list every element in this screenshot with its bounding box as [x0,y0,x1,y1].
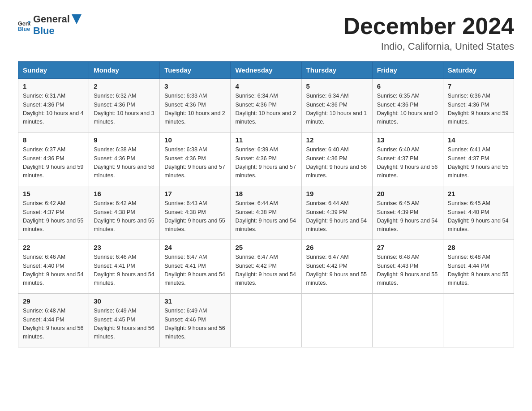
logo: General Blue General Blue [18,13,82,37]
day-number: 30 [94,297,155,305]
calendar-cell: 30 Sunrise: 6:49 AM Sunset: 4:45 PM Dayl… [89,294,160,347]
calendar-cell: 7 Sunrise: 6:36 AM Sunset: 4:36 PM Dayli… [443,79,514,133]
calendar-header: SundayMondayTuesdayWednesdayThursdayFrid… [18,62,514,79]
calendar-cell [301,294,372,347]
calendar-cell: 31 Sunrise: 6:49 AM Sunset: 4:46 PM Dayl… [160,294,231,347]
day-number: 4 [235,82,296,90]
day-info: Sunrise: 6:45 AM Sunset: 4:39 PM Dayligh… [377,199,438,234]
day-number: 19 [306,190,368,197]
day-number: 13 [377,136,438,144]
day-number: 22 [23,244,84,251]
day-info: Sunrise: 6:33 AM Sunset: 4:36 PM Dayligh… [164,92,226,127]
calendar-cell: 27 Sunrise: 6:48 AM Sunset: 4:43 PM Dayl… [372,240,443,294]
calendar-cell: 17 Sunrise: 6:43 AM Sunset: 4:38 PM Dayl… [160,186,231,240]
calendar-cell: 10 Sunrise: 6:38 AM Sunset: 4:36 PM Dayl… [160,133,231,186]
day-info: Sunrise: 6:42 AM Sunset: 4:38 PM Dayligh… [94,199,155,234]
day-info: Sunrise: 6:39 AM Sunset: 4:36 PM Dayligh… [235,146,296,180]
day-info: Sunrise: 6:44 AM Sunset: 4:39 PM Dayligh… [306,199,368,234]
logo-triangle-icon [72,14,82,24]
week-row-5: 29 Sunrise: 6:48 AM Sunset: 4:44 PM Dayl… [18,294,514,347]
day-number: 7 [448,82,509,90]
day-info: Sunrise: 6:43 AM Sunset: 4:38 PM Dayligh… [164,199,226,234]
day-info: Sunrise: 6:35 AM Sunset: 4:36 PM Dayligh… [377,92,438,127]
day-info: Sunrise: 6:40 AM Sunset: 4:37 PM Dayligh… [377,146,438,180]
calendar-cell [443,294,514,347]
calendar-cell: 28 Sunrise: 6:48 AM Sunset: 4:44 PM Dayl… [443,240,514,294]
day-number: 15 [23,190,84,197]
day-info: Sunrise: 6:46 AM Sunset: 4:41 PM Dayligh… [94,253,155,288]
calendar-cell [231,294,301,347]
day-number: 25 [235,244,296,251]
day-info: Sunrise: 6:48 AM Sunset: 4:43 PM Dayligh… [377,253,438,288]
header-thursday: Thursday [301,62,372,79]
header-monday: Monday [89,62,160,79]
day-info: Sunrise: 6:47 AM Sunset: 4:41 PM Dayligh… [164,253,226,288]
day-number: 6 [377,82,438,90]
location-subtitle: Indio, California, United States [343,41,514,52]
calendar-cell: 16 Sunrise: 6:42 AM Sunset: 4:38 PM Dayl… [89,186,160,240]
svg-marker-3 [72,14,82,24]
day-number: 2 [94,82,155,90]
header-tuesday: Tuesday [160,62,231,79]
day-number: 8 [23,136,84,144]
title-block: December 2024 Indio, California, United … [343,13,514,52]
calendar-cell: 12 Sunrise: 6:40 AM Sunset: 4:36 PM Dayl… [301,133,372,186]
day-info: Sunrise: 6:49 AM Sunset: 4:45 PM Dayligh… [94,307,155,342]
calendar-cell: 11 Sunrise: 6:39 AM Sunset: 4:36 PM Dayl… [231,133,301,186]
day-number: 1 [23,82,84,90]
svg-text:Blue: Blue [18,26,30,31]
day-info: Sunrise: 6:45 AM Sunset: 4:40 PM Dayligh… [448,199,509,234]
calendar-cell: 6 Sunrise: 6:35 AM Sunset: 4:36 PM Dayli… [372,79,443,133]
week-row-2: 8 Sunrise: 6:37 AM Sunset: 4:36 PM Dayli… [18,133,514,186]
day-number: 16 [94,190,155,197]
day-info: Sunrise: 6:40 AM Sunset: 4:36 PM Dayligh… [306,146,368,180]
day-number: 24 [164,244,226,251]
calendar-cell [372,294,443,347]
calendar-cell: 3 Sunrise: 6:33 AM Sunset: 4:36 PM Dayli… [160,79,231,133]
calendar-cell: 1 Sunrise: 6:31 AM Sunset: 4:36 PM Dayli… [18,79,89,133]
calendar-table: SundayMondayTuesdayWednesdayThursdayFrid… [18,61,514,347]
day-info: Sunrise: 6:41 AM Sunset: 4:37 PM Dayligh… [448,146,509,180]
calendar-cell: 19 Sunrise: 6:44 AM Sunset: 4:39 PM Dayl… [301,186,372,240]
day-number: 27 [377,244,438,251]
calendar-cell: 2 Sunrise: 6:32 AM Sunset: 4:36 PM Dayli… [89,79,160,133]
day-number: 5 [306,82,368,90]
day-number: 12 [306,136,368,144]
logo-general-text: General [33,13,70,25]
calendar-cell: 23 Sunrise: 6:46 AM Sunset: 4:41 PM Dayl… [89,240,160,294]
logo-blue-text: Blue [33,25,55,36]
calendar-cell: 4 Sunrise: 6:34 AM Sunset: 4:36 PM Dayli… [231,79,301,133]
day-info: Sunrise: 6:31 AM Sunset: 4:36 PM Dayligh… [23,92,84,127]
week-row-3: 15 Sunrise: 6:42 AM Sunset: 4:37 PM Dayl… [18,186,514,240]
day-number: 3 [164,82,226,90]
day-info: Sunrise: 6:49 AM Sunset: 4:46 PM Dayligh… [164,307,226,342]
day-number: 9 [94,136,155,144]
calendar-cell: 25 Sunrise: 6:47 AM Sunset: 4:42 PM Dayl… [231,240,301,294]
day-info: Sunrise: 6:38 AM Sunset: 4:36 PM Dayligh… [164,146,226,180]
day-number: 17 [164,190,226,197]
calendar-cell: 18 Sunrise: 6:44 AM Sunset: 4:38 PM Dayl… [231,186,301,240]
day-info: Sunrise: 6:47 AM Sunset: 4:42 PM Dayligh… [306,253,368,288]
day-info: Sunrise: 6:38 AM Sunset: 4:36 PM Dayligh… [94,146,155,180]
day-number: 23 [94,244,155,251]
page-header: General Blue General Blue December 2024 … [18,13,514,52]
day-number: 18 [235,190,296,197]
day-info: Sunrise: 6:37 AM Sunset: 4:36 PM Dayligh… [23,146,84,180]
day-info: Sunrise: 6:42 AM Sunset: 4:37 PM Dayligh… [23,199,84,234]
header-friday: Friday [372,62,443,79]
day-number: 10 [164,136,226,144]
day-number: 20 [377,190,438,197]
calendar-cell: 9 Sunrise: 6:38 AM Sunset: 4:36 PM Dayli… [89,133,160,186]
day-info: Sunrise: 6:48 AM Sunset: 4:44 PM Dayligh… [448,253,509,288]
day-info: Sunrise: 6:36 AM Sunset: 4:36 PM Dayligh… [448,92,509,127]
calendar-cell: 21 Sunrise: 6:45 AM Sunset: 4:40 PM Dayl… [443,186,514,240]
logo-icon: General Blue [18,19,30,31]
day-number: 21 [448,190,509,197]
day-info: Sunrise: 6:32 AM Sunset: 4:36 PM Dayligh… [94,92,155,127]
calendar-cell: 5 Sunrise: 6:34 AM Sunset: 4:36 PM Dayli… [301,79,372,133]
day-info: Sunrise: 6:34 AM Sunset: 4:36 PM Dayligh… [306,92,368,127]
week-row-1: 1 Sunrise: 6:31 AM Sunset: 4:36 PM Dayli… [18,79,514,133]
header-saturday: Saturday [443,62,514,79]
week-row-4: 22 Sunrise: 6:46 AM Sunset: 4:40 PM Dayl… [18,240,514,294]
day-info: Sunrise: 6:46 AM Sunset: 4:40 PM Dayligh… [23,253,84,288]
